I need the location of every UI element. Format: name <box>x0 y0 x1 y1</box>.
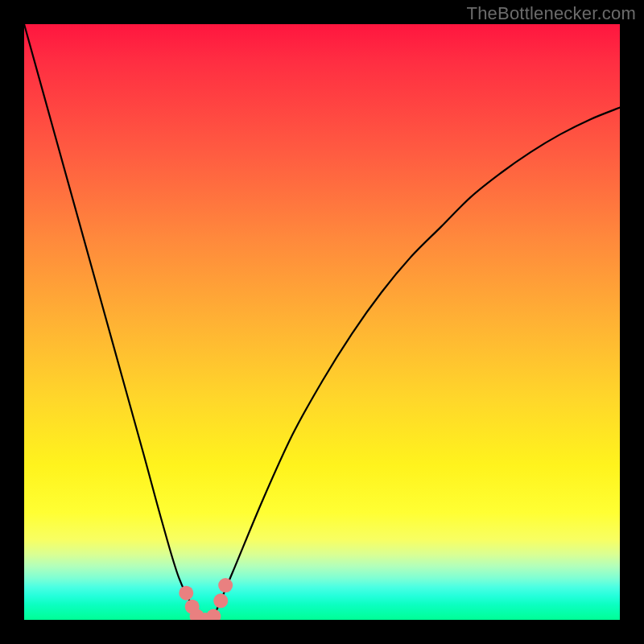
chart-frame: TheBottlenecker.com <box>0 0 644 644</box>
marker-left-upper <box>179 586 193 601</box>
markers-group <box>179 578 233 620</box>
marker-right-mid <box>213 593 228 608</box>
marker-bottom-3 <box>206 609 221 620</box>
plot-area <box>24 24 620 620</box>
marker-right-upper <box>218 578 233 592</box>
bottleneck-curve <box>24 24 620 620</box>
chart-svg <box>24 24 620 620</box>
watermark-text: TheBottlenecker.com <box>467 3 636 24</box>
